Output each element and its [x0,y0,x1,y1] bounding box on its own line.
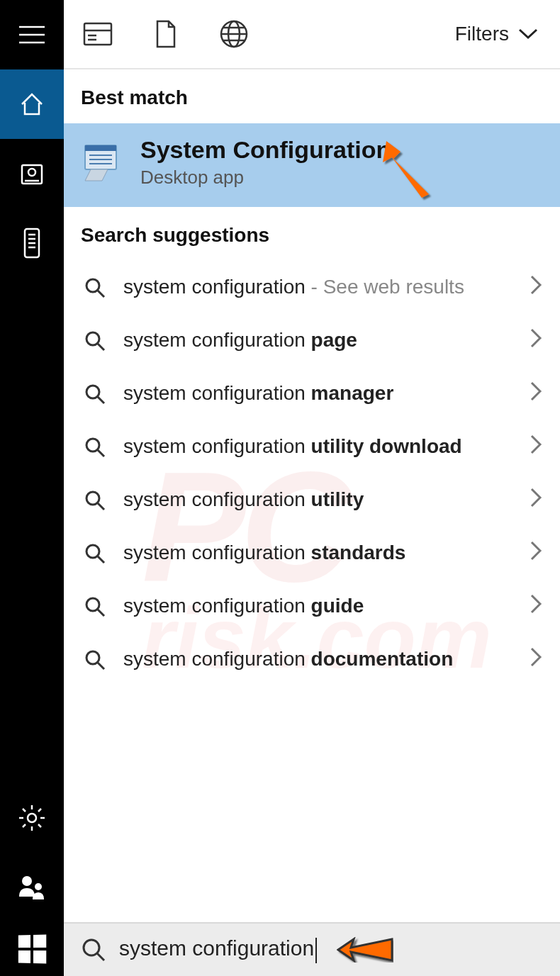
svg-rect-14 [84,23,111,45]
svg-point-32 [86,386,99,398]
svg-line-43 [98,663,104,669]
suggestion-item[interactable]: system configuration standards [64,527,560,580]
suggestion-text: system configuration standards [123,540,515,566]
svg-point-34 [86,439,99,451]
chevron-right-icon [529,646,543,673]
scope-apps-icon[interactable] [64,0,132,69]
search-icon [81,436,109,459]
svg-line-33 [98,397,104,403]
svg-point-12 [22,876,32,886]
search-icon [81,383,109,405]
suggestion-text: system configuration guide [123,593,515,619]
svg-line-31 [98,344,104,350]
suggestion-text: system configuration - See web results [123,274,515,300]
suggestion-item[interactable]: system configuration page [64,314,560,367]
search-icon [81,937,106,963]
suggestion-text: system configuration utility download [123,434,515,459]
scope-web-icon[interactable] [200,0,268,69]
suggestion-item[interactable]: system configuration utility [64,473,560,527]
svg-line-39 [98,556,104,563]
svg-point-44 [84,940,99,955]
windows-start-button[interactable] [0,922,64,976]
sidebar [0,0,64,976]
suggestion-text: system configuration utility [123,487,515,512]
svg-point-30 [86,332,99,345]
search-icon [81,595,109,618]
chevron-right-icon [529,593,543,620]
chevron-right-icon [529,433,543,461]
chevron-down-icon [517,28,539,40]
svg-point-28 [86,279,99,292]
search-results-panel: PC risk.com Best match System Configurat… [64,69,560,922]
svg-line-29 [98,291,104,297]
filters-dropdown[interactable]: Filters [455,23,560,45]
chevron-right-icon [529,539,543,567]
suggestions-header: Search suggestions [64,207,560,261]
best-match-result[interactable]: System Configuration Desktop app [64,123,560,207]
search-icon [81,489,109,512]
annotation-arrow-icon [337,932,393,967]
filters-label: Filters [455,23,509,45]
suggestion-text: system configuration manager [123,381,515,406]
svg-point-40 [86,598,99,611]
sidebar-remote[interactable] [0,208,64,278]
suggestion-item[interactable]: system configuration utility download [64,420,560,473]
suggestion-text: system configuration documentation [123,646,515,672]
search-scope-tabs: Filters [64,0,560,69]
windows-logo-icon [18,934,46,963]
svg-point-38 [86,545,99,558]
best-match-subtitle: Desktop app [140,167,391,189]
search-icon [81,542,109,565]
svg-line-41 [98,610,104,616]
search-bar[interactable]: system configuration [64,922,560,976]
scope-documents-icon[interactable] [132,0,200,69]
suggestion-item[interactable]: system configuration guide [64,580,560,633]
search-icon [81,330,109,352]
svg-point-11 [28,814,36,822]
hamburger-menu-button[interactable] [0,0,64,69]
svg-point-42 [86,651,99,664]
sidebar-home[interactable] [0,69,64,139]
svg-point-4 [28,169,35,176]
best-match-header: Best match [64,69,560,123]
chevron-right-icon [529,274,543,301]
system-configuration-icon [81,140,126,185]
svg-line-45 [97,953,104,960]
svg-rect-24 [85,145,116,151]
suggestion-item[interactable]: system configuration manager [64,367,560,420]
sidebar-settings[interactable] [0,783,64,853]
suggestion-item[interactable]: system configuration - See web results [64,261,560,314]
chevron-right-icon [529,327,543,354]
suggestions-list: system configuration - See web resultssy… [64,261,560,686]
chevron-right-icon [529,380,543,408]
chevron-right-icon [529,486,543,514]
svg-line-35 [98,450,104,456]
search-input[interactable]: system configuration [119,936,317,963]
search-icon [81,649,109,671]
svg-line-37 [98,503,104,510]
suggestion-text: system configuration page [123,327,515,353]
suggestion-item[interactable]: system configuration documentation [64,633,560,686]
svg-point-36 [86,492,99,505]
search-icon [81,276,109,299]
svg-point-13 [35,883,42,890]
sidebar-user[interactable] [0,853,64,922]
sidebar-camera[interactable] [0,139,64,208]
best-match-title: System Configuration [140,136,391,164]
